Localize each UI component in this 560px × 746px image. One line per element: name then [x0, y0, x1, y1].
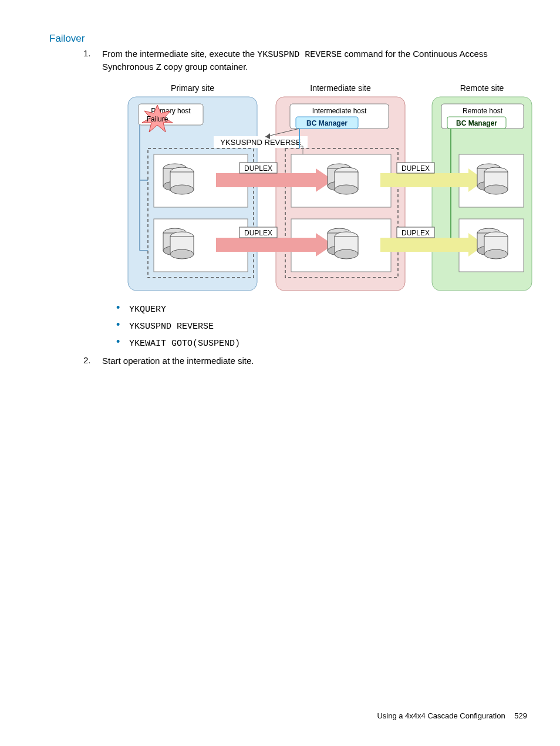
step-1-text-pre: From the intermediate site, execute the: [102, 49, 257, 59]
svg-point-46: [170, 185, 194, 194]
svg-rect-31: [216, 238, 316, 252]
intermediate-site-label: Intermediate site: [310, 83, 371, 93]
step-number: 2.: [83, 355, 102, 367]
duplex-label-1: DUPLEX: [244, 164, 272, 173]
step-number: 1.: [83, 48, 102, 353]
duplex-label-3: DUPLEX: [244, 229, 272, 237]
command-bullet-1: YKQUERY: [116, 301, 533, 318]
bc-manager-intermediate: BC Manager: [306, 119, 348, 127]
command-bullet-2: YKSUSPND REVERSE: [116, 318, 533, 335]
command-text: YKEWAIT GOTO(SUSPEND): [129, 339, 240, 349]
failure-label: Failure: [147, 115, 168, 123]
svg-point-52: [170, 249, 194, 259]
duplex-label-2: DUPLEX: [402, 164, 430, 173]
command-bullet-3: YKEWAIT GOTO(SUSPEND): [116, 335, 533, 352]
svg-point-70: [484, 185, 508, 194]
footer-label: Using a 4x4x4 Cascade Configuration: [377, 711, 505, 720]
architecture-diagram: Primary site Intermediate site Remote si…: [122, 80, 533, 295]
bc-manager-remote: BC Manager: [456, 119, 497, 127]
primary-site-label: Primary site: [171, 83, 214, 93]
yksuspnd-reverse-label: YKSUSPND REVERSE: [220, 138, 301, 147]
svg-rect-29: [216, 173, 316, 187]
command-text: YKSUSPND REVERSE: [129, 322, 214, 332]
step-1-command: YKSUSPND REVERSE: [257, 50, 342, 60]
step-2-text: Start operation at the intermediate site…: [102, 356, 254, 366]
step-1: 1. From the intermediate site, execute t…: [83, 48, 525, 353]
svg-rect-35: [380, 238, 468, 252]
svg-point-76: [484, 249, 508, 259]
duplex-label-4: DUPLEX: [402, 229, 430, 237]
intermediate-host-label: Intermediate host: [312, 107, 367, 115]
page-number: 529: [514, 711, 527, 720]
remote-site-label: Remote site: [460, 83, 504, 93]
page-footer: Using a 4x4x4 Cascade Configuration 529: [377, 711, 527, 720]
step-2: 2. Start operation at the intermediate s…: [83, 355, 525, 367]
svg-rect-33: [380, 173, 468, 187]
svg-point-64: [335, 249, 358, 259]
command-text: YKQUERY: [129, 305, 166, 315]
remote-host-label: Remote host: [463, 107, 503, 115]
section-heading: Failover: [49, 33, 525, 45]
svg-point-58: [335, 185, 358, 194]
